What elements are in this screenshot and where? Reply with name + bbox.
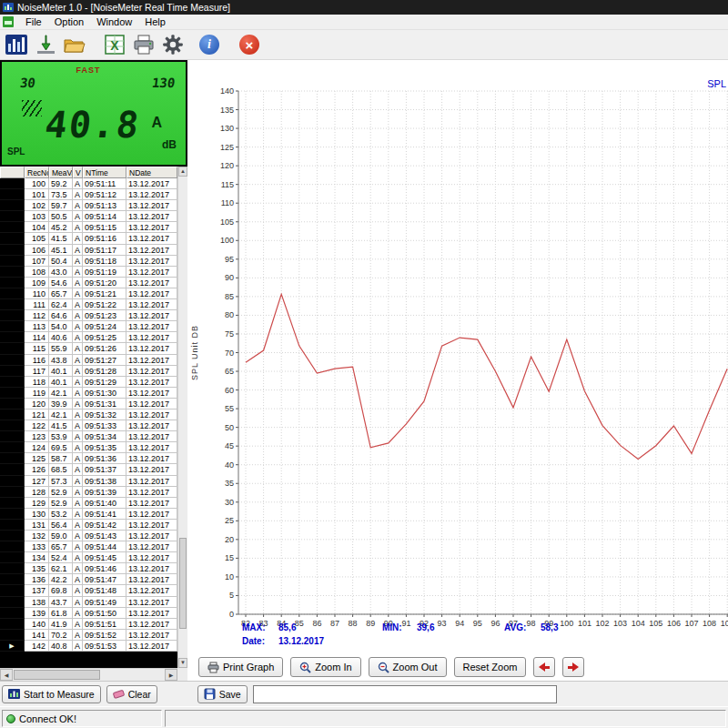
- table-row[interactable]: 14170.2A09:51:5213.12.2017: [0, 630, 177, 641]
- zoom-in-button[interactable]: Zoom In: [290, 657, 360, 677]
- table-row[interactable]: ▶14240.8A09:51:5313.12.2017: [0, 641, 177, 652]
- table-row[interactable]: 12952.9A09:51:4013.12.2017: [0, 498, 177, 509]
- table-row[interactable]: 12142.1A09:51:3213.12.2017: [0, 410, 177, 420]
- note-input[interactable]: [253, 685, 557, 703]
- vertical-scrollbar[interactable]: ▲ ▼: [177, 167, 187, 668]
- scroll-down-icon[interactable]: ▼: [178, 658, 187, 668]
- table-row[interactable]: 10259.7A09:51:1313.12.2017: [0, 200, 177, 211]
- status-panel-connection: Connect OK!: [2, 710, 162, 727]
- settings-button[interactable]: [160, 32, 186, 57]
- table-row[interactable]: 10645.1A09:51:1713.12.2017: [0, 245, 177, 256]
- table-row[interactable]: 12757.3A09:51:3813.12.2017: [0, 476, 177, 487]
- svg-text:90: 90: [225, 273, 234, 282]
- cell-v: A: [73, 498, 83, 509]
- table-row[interactable]: 11942.1A09:51:3013.12.2017: [0, 388, 177, 399]
- export-data-button[interactable]: [33, 32, 58, 57]
- svg-text:35: 35: [225, 479, 234, 488]
- row-indicator: [0, 574, 25, 585]
- menu-option[interactable]: Option: [48, 15, 90, 28]
- table-row[interactable]: 13053.2A09:51:4113.12.2017: [0, 509, 177, 520]
- scroll-right-icon[interactable]: ▶: [165, 669, 177, 681]
- scroll-left-icon[interactable]: ◀: [0, 669, 13, 681]
- table-row[interactable]: 12241.5A09:51:3313.12.2017: [0, 420, 177, 431]
- print-button[interactable]: [131, 32, 157, 57]
- title-bar: NoiseMeter 1.0 - [NoiseMeter Real Time M…: [0, 0, 728, 15]
- table-row[interactable]: 13156.4A09:51:4213.12.2017: [0, 520, 177, 531]
- menu-file[interactable]: File: [19, 15, 48, 28]
- table-row[interactable]: 10954.6A09:51:2013.12.2017: [0, 278, 177, 288]
- table-row[interactable]: 11643.8A09:51:2713.12.2017: [0, 355, 177, 366]
- mdi-child-icon[interactable]: [3, 16, 14, 27]
- cell-v: A: [73, 641, 83, 652]
- table-row[interactable]: 12852.9A09:51:3913.12.2017: [0, 487, 177, 498]
- header-ntime[interactable]: NTime: [83, 167, 126, 178]
- svg-text:40: 40: [225, 460, 234, 470]
- cell-ndate: 13.12.2017: [126, 178, 177, 189]
- row-indicator: [0, 299, 25, 310]
- table-row[interactable]: 13961.8A09:51:5013.12.2017: [0, 608, 177, 619]
- table-row[interactable]: 13642.2A09:51:4713.12.2017: [0, 574, 177, 585]
- table-row[interactable]: 11440.6A09:51:2513.12.2017: [0, 332, 177, 343]
- table-row[interactable]: 13259.0A09:51:4313.12.2017: [0, 531, 177, 541]
- table-row[interactable]: 12558.7A09:51:3613.12.2017: [0, 453, 177, 464]
- save-button[interactable]: Save: [197, 685, 248, 703]
- table-row[interactable]: 11065.7A09:51:2113.12.2017: [0, 288, 177, 299]
- table-row[interactable]: 11264.6A09:51:2313.12.2017: [0, 310, 177, 321]
- row-indicator: [0, 431, 25, 442]
- table-row[interactable]: 10059.2A09:51:1113.12.2017: [0, 178, 177, 189]
- header-meaval[interactable]: MeaVal: [49, 167, 73, 178]
- table-row[interactable]: 12668.5A09:51:3713.12.2017: [0, 464, 177, 475]
- table-row[interactable]: 10350.5A09:51:1413.12.2017: [0, 211, 177, 222]
- row-indicator: [0, 343, 25, 354]
- cell-v: A: [73, 630, 83, 641]
- table-row[interactable]: 14041.9A09:51:5113.12.2017: [0, 619, 177, 630]
- table-row[interactable]: 10750.4A09:51:1813.12.2017: [0, 256, 177, 267]
- table-row[interactable]: 13562.1A09:51:4613.12.2017: [0, 563, 177, 574]
- table-row[interactable]: 10173.5A09:51:1213.12.2017: [0, 189, 177, 200]
- header-v[interactable]: V: [73, 167, 83, 178]
- scroll-chart-left-button[interactable]: [533, 657, 555, 677]
- cell-v: A: [73, 520, 83, 531]
- excel-export-button[interactable]: X: [102, 32, 127, 57]
- table-row[interactable]: 12353.9A09:51:3413.12.2017: [0, 431, 177, 442]
- table-row[interactable]: 13365.7A09:51:4413.12.2017: [0, 541, 177, 552]
- table-row[interactable]: 10445.2A09:51:1513.12.2017: [0, 222, 177, 233]
- table-row[interactable]: 11162.4A09:51:2213.12.2017: [0, 299, 177, 310]
- scroll-up-icon[interactable]: ▲: [178, 167, 187, 177]
- row-indicator: [0, 464, 25, 475]
- reset-zoom-button[interactable]: Reset Zoom: [454, 657, 527, 677]
- horizontal-scroll-thumb[interactable]: [14, 670, 100, 680]
- table-row[interactable]: 11840.1A09:51:2913.12.2017: [0, 377, 177, 388]
- table-row[interactable]: 13452.4A09:51:4513.12.2017: [0, 552, 177, 563]
- stop-button[interactable]: ×: [237, 32, 262, 57]
- table-row[interactable]: 11555.9A09:51:2613.12.2017: [0, 343, 177, 354]
- header-ndate[interactable]: NDate: [126, 167, 177, 178]
- zoom-out-button[interactable]: Zoom Out: [369, 657, 447, 677]
- start-measure-button[interactable]: Start to Measure: [2, 685, 101, 703]
- level-meter-button[interactable]: [4, 32, 29, 57]
- cell-recno: 125: [25, 453, 49, 464]
- menu-help[interactable]: Help: [138, 15, 172, 28]
- scroll-chart-right-button[interactable]: [562, 657, 584, 677]
- horizontal-scrollbar[interactable]: ◀ ▶: [0, 668, 177, 681]
- print-graph-button[interactable]: Print Graph: [198, 657, 283, 677]
- header-recno[interactable]: RecNo: [25, 167, 49, 178]
- svg-text:5: 5: [229, 591, 234, 600]
- cell-recno: 114: [25, 332, 49, 343]
- vertical-scroll-thumb[interactable]: [179, 538, 187, 629]
- open-file-button[interactable]: [62, 32, 87, 57]
- info-button[interactable]: i: [197, 32, 222, 57]
- table-row[interactable]: 10843.0A09:51:1913.12.2017: [0, 267, 177, 278]
- menu-window[interactable]: Window: [90, 15, 138, 28]
- lcd-value: 40.8: [32, 104, 154, 146]
- left-panel: FAST 30 130 40.8 A SPL dB RecNo MeaVal V…: [0, 60, 187, 681]
- table-row[interactable]: 11740.1A09:51:2813.12.2017: [0, 366, 177, 377]
- table-row[interactable]: 12469.5A09:51:3513.12.2017: [0, 442, 177, 453]
- table-row[interactable]: 11354.0A09:51:2413.12.2017: [0, 321, 177, 332]
- table-row[interactable]: 13769.8A09:51:4813.12.2017: [0, 585, 177, 596]
- reset-zoom-label: Reset Zoom: [463, 662, 518, 672]
- table-row[interactable]: 13843.7A09:51:4913.12.2017: [0, 597, 177, 608]
- table-row[interactable]: 10541.5A09:51:1613.12.2017: [0, 233, 177, 244]
- clear-button[interactable]: Clear: [106, 685, 157, 703]
- table-row[interactable]: 12039.9A09:51:3113.12.2017: [0, 399, 177, 410]
